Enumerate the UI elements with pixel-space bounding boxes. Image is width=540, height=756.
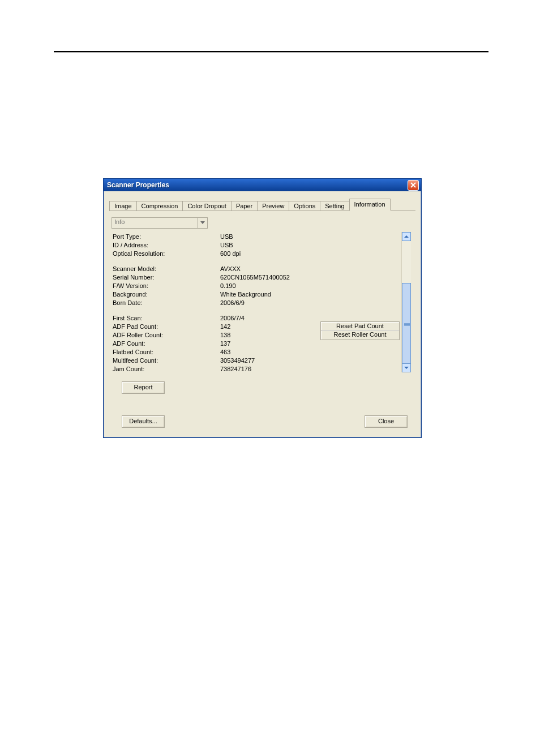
value-multifeed-count: 3053494277 <box>220 357 311 364</box>
title-bar: Scanner Properties <box>104 179 421 191</box>
value-flatbed-count: 463 <box>220 349 311 355</box>
value-background: White Background <box>220 291 311 298</box>
tab-information[interactable]: Information <box>349 199 391 211</box>
dialog-title: Scanner Properties <box>107 181 408 189</box>
info-select[interactable]: Info <box>112 217 208 229</box>
value-optical-resolution: 600 dpi <box>220 250 311 257</box>
close-icon <box>410 182 416 188</box>
scroll-down-button[interactable] <box>402 363 411 372</box>
row-port-type: Port Type: USB <box>112 232 401 240</box>
row-fw-version: F/W Version: 0.190 <box>112 281 401 290</box>
info-list: Port Type: USB ID / Address: USB Optical… <box>112 232 411 372</box>
scroll-thumb-grip <box>404 323 410 327</box>
defaults-button[interactable]: Defaults... <box>122 415 165 428</box>
scroll-thumb[interactable] <box>402 283 411 366</box>
row-multifeed-count: Multifeed Count: 3053494277 <box>112 356 401 364</box>
close-button[interactable] <box>408 180 419 191</box>
label-adf-roller-count: ADF Roller Count: <box>112 332 220 338</box>
scanner-properties-dialog: Scanner Properties Image Compression Col… <box>103 178 422 438</box>
chevron-up-icon <box>404 235 409 238</box>
value-adf-count: 137 <box>220 340 311 347</box>
row-spacer <box>112 307 401 313</box>
chevron-down-icon <box>404 366 409 370</box>
label-serial-number: Serial Number: <box>112 274 220 281</box>
label-first-scan: First Scan: <box>112 315 220 321</box>
value-jam-count: 738247176 <box>220 366 311 372</box>
value-port-type: USB <box>220 233 311 240</box>
label-background: Background: <box>112 291 220 298</box>
scroll-up-button[interactable] <box>402 232 411 241</box>
row-adf-count: ADF Count: 137 <box>112 339 401 347</box>
label-jam-count: Jam Count: <box>112 366 220 372</box>
label-born-date: Born Date: <box>112 299 220 306</box>
list-scrollbar[interactable] <box>401 232 411 372</box>
label-optical-resolution: Optical Resolution: <box>112 250 220 257</box>
row-background: Background: White Background <box>112 290 401 298</box>
page-header-rule-bottom <box>54 53 488 53</box>
label-multifeed-count: Multifeed Count: <box>112 357 220 364</box>
info-select-dropdown-button[interactable] <box>198 218 207 228</box>
value-id-address: USB <box>220 242 311 248</box>
label-scanner-model: Scanner Model: <box>112 265 220 272</box>
reset-roller-count-button[interactable]: Reset Roller Count <box>320 330 400 340</box>
page-header-rule-top <box>54 51 488 52</box>
value-first-scan: 2006/7/4 <box>220 315 311 321</box>
tabstrip: Image Compression Color Dropout Paper Pr… <box>109 198 390 211</box>
label-id-address: ID / Address: <box>112 242 220 248</box>
row-optical-resolution: Optical Resolution: 600 dpi <box>112 249 401 257</box>
close-bottom-button[interactable]: Close <box>365 415 408 428</box>
value-serial-number: 620CN1065M571400052 <box>220 274 311 281</box>
value-adf-pad-count: 142 <box>220 323 311 330</box>
chevron-down-icon <box>200 221 205 225</box>
row-spacer <box>112 257 401 264</box>
label-port-type: Port Type: <box>112 233 220 240</box>
label-adf-count: ADF Count: <box>112 340 220 347</box>
report-button[interactable]: Report <box>122 381 165 394</box>
row-adf-roller-count: ADF Roller Count: 138 Reset Roller Count <box>112 330 401 339</box>
value-born-date: 2006/6/9 <box>220 299 311 306</box>
row-born-date: Born Date: 2006/6/9 <box>112 298 401 307</box>
value-fw-version: 0.190 <box>220 282 311 289</box>
value-scanner-model: AVXXX <box>220 265 311 272</box>
row-serial-number: Serial Number: 620CN1065M571400052 <box>112 273 401 281</box>
label-fw-version: F/W Version: <box>112 282 220 289</box>
row-id-address: ID / Address: USB <box>112 240 401 249</box>
row-flatbed-count: Flatbed Count: 463 <box>112 347 401 356</box>
row-scanner-model: Scanner Model: AVXXX <box>112 264 401 273</box>
info-select-label: Info <box>112 218 198 228</box>
label-flatbed-count: Flatbed Count: <box>112 349 220 355</box>
info-list-inner: Port Type: USB ID / Address: USB Optical… <box>112 232 401 372</box>
label-adf-pad-count: ADF Pad Count: <box>112 323 220 330</box>
row-jam-count: Jam Count: 738247176 <box>112 364 401 372</box>
value-adf-roller-count: 138 <box>220 332 311 338</box>
